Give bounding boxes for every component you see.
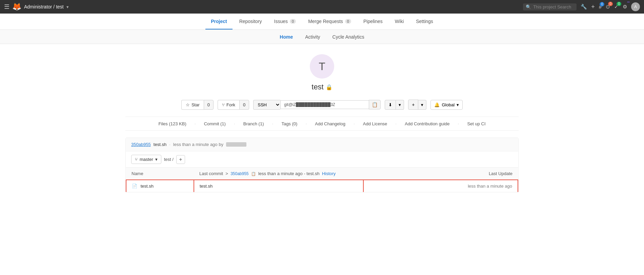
nav-merge-requests[interactable]: Merge Requests 0 <box>303 14 357 29</box>
search-icon: 🔍 <box>526 4 531 9</box>
copy-commit-icon[interactable]: 📋 <box>251 172 256 176</box>
file-table: Name Last commit > 350ab955 📋 less than … <box>126 168 518 192</box>
commit-stat[interactable]: Commit (1) <box>204 121 226 126</box>
top-bar: ☰ 🦊 Administrator / test ▾ 🔍 🔧 + #0 ⊙0 ✓… <box>0 0 644 14</box>
nav-repository[interactable]: Repository <box>234 14 267 29</box>
commit-time: less than a minute ago by <box>173 142 223 147</box>
files-stat[interactable]: Files (123 KB) <box>158 121 186 126</box>
col-last-update-header: Last Update <box>363 168 518 180</box>
stats-bar: Files (123 KB) · Commit (1) · Branch (1)… <box>125 117 519 131</box>
issues-count-badge: 0 <box>290 19 296 24</box>
fork-button[interactable]: ⑂ Fork <box>218 100 239 110</box>
branch-caret: ▾ <box>155 157 158 162</box>
nav-wiki[interactable]: Wiki <box>389 14 409 29</box>
add-license[interactable]: Add License <box>363 121 387 126</box>
nav-settings[interactable]: Settings <box>410 14 439 29</box>
star-count: 0 <box>204 100 214 110</box>
download-button[interactable]: ⬇ <box>385 100 396 110</box>
add-file-dropdown[interactable]: ▾ <box>418 100 426 110</box>
action-bar: ☆ Star 0 ⑂ Fork 0 SSH HTTPS 📋 ⬇ <box>125 100 519 110</box>
commit-time-msg: less than a minute ago - test.sh <box>258 171 320 176</box>
todos-badge: 0 <box>617 2 621 6</box>
ssh-group: SSH HTTPS 📋 <box>253 100 381 110</box>
file-table-header: Name Last commit > 350ab955 📋 less than … <box>126 168 518 180</box>
download-icon: ⬇ <box>388 102 392 107</box>
brand-logo: 🦊 <box>12 2 21 11</box>
file-last-update-cell: less than a minute ago <box>363 180 518 192</box>
wrench-icon[interactable]: 🔧 <box>581 4 587 10</box>
ssh-copy-button[interactable]: 📋 <box>369 100 381 109</box>
subnav-home[interactable]: Home <box>274 31 298 43</box>
mr-icon[interactable]: ⊙0 <box>606 4 610 10</box>
protocol-select[interactable]: SSH HTTPS <box>253 100 280 110</box>
add-file-button[interactable]: + <box>408 100 418 110</box>
branch-select[interactable]: ⑂ master ▾ <box>131 155 161 164</box>
file-row: 📄 test.sh test.sh less than a minute ago <box>126 180 518 192</box>
dropdown-caret[interactable]: ▾ <box>66 4 69 9</box>
file-table-body: 📄 test.sh test.sh less than a minute ago <box>126 180 518 192</box>
settings-badge <box>627 2 630 2</box>
setup-ci[interactable]: Set up CI <box>467 121 485 126</box>
star-button[interactable]: ☆ Star <box>181 100 204 110</box>
todos-icon[interactable]: ✓0 <box>614 4 619 10</box>
commit-author-blurred <box>226 142 246 147</box>
subnav-activity[interactable]: Activity <box>300 31 325 43</box>
subnav-cycle-analytics[interactable]: Cycle Analytics <box>327 31 370 43</box>
fork-group: ⑂ Fork 0 <box>218 100 249 110</box>
branch-bar: ⑂ master ▾ test / + <box>126 151 518 168</box>
project-avatar-letter: T <box>319 60 325 73</box>
project-avatar: T <box>310 54 334 79</box>
issues-icon[interactable]: #0 <box>599 4 602 10</box>
ssh-url-input[interactable] <box>280 100 369 109</box>
col-name-header: Name <box>126 168 194 180</box>
brand-title: Administrator / test <box>24 4 64 9</box>
col-last-commit-header: Last commit > 350ab955 📋 less than a min… <box>194 168 363 180</box>
add-changelog[interactable]: Add Changelog <box>315 121 345 126</box>
mr-badge: 0 <box>608 2 613 6</box>
branch-icon: ⑂ <box>135 157 138 162</box>
branch-name: master <box>140 157 153 162</box>
project-title: test 🔒 <box>125 83 519 91</box>
file-name-cell: 📄 test.sh <box>126 180 194 192</box>
notifications-caret: ▾ <box>457 102 459 107</box>
user-avatar[interactable]: A <box>631 2 640 11</box>
add-contribution-guide[interactable]: Add Contribution guide <box>405 121 449 126</box>
add-new-file-button[interactable]: + <box>176 155 185 164</box>
top-bar-right: 🔍 🔧 + #0 ⊙0 ✓0 ⚙ A <box>523 2 640 11</box>
file-commit-msg-cell: test.sh <box>194 180 363 192</box>
nav-project[interactable]: Project <box>205 14 232 29</box>
history-link[interactable]: History <box>322 171 336 176</box>
lock-icon: 🔒 <box>326 84 333 90</box>
notifications-button[interactable]: 🔔 Global ▾ <box>430 100 463 110</box>
top-bar-left: ☰ 🦊 Administrator / test ▾ <box>4 2 69 11</box>
download-dropdown[interactable]: ▾ <box>396 100 404 110</box>
project-header: T test 🔒 <box>125 54 519 91</box>
commit-message: test.sh <box>154 142 166 147</box>
fork-count: 0 <box>239 100 249 110</box>
issues-badge: 0 <box>600 2 604 6</box>
file-link[interactable]: test.sh <box>141 184 154 189</box>
add-file-group: + ▾ <box>408 100 426 110</box>
tags-stat[interactable]: Tags (0) <box>281 121 297 126</box>
download-group: ⬇ ▾ <box>385 100 404 110</box>
plus-icon[interactable]: + <box>591 3 595 10</box>
commit-hash-link[interactable]: 350ab955 <box>131 142 151 147</box>
sub-nav: Home Activity Cycle Analytics <box>0 30 644 44</box>
branch-stat[interactable]: Branch (1) <box>243 121 264 126</box>
search-input[interactable] <box>533 4 574 9</box>
commit-hash-table-link[interactable]: 350ab955 <box>230 171 248 176</box>
star-icon: ☆ <box>186 102 190 107</box>
star-group: ☆ Star 0 <box>181 100 214 110</box>
main-content: T test 🔒 ☆ Star 0 ⑂ Fork 0 SSH <box>119 44 525 203</box>
project-nav: Project Repository Issues 0 Merge Reques… <box>0 14 644 30</box>
nav-pipelines[interactable]: Pipelines <box>358 14 388 29</box>
repository-section: 350ab955 test.sh · less than a minute ag… <box>125 138 519 192</box>
mr-count-badge: 0 <box>345 19 351 24</box>
nav-issues[interactable]: Issues 0 <box>269 14 302 29</box>
bell-icon: 🔔 <box>434 102 440 107</box>
repo-header: 350ab955 test.sh · less than a minute ag… <box>126 138 518 151</box>
search-box[interactable]: 🔍 <box>523 3 577 10</box>
hamburger-menu[interactable]: ☰ <box>4 3 9 10</box>
branch-path: test / <box>164 157 174 162</box>
user-settings-icon[interactable]: ⚙ <box>623 4 627 10</box>
